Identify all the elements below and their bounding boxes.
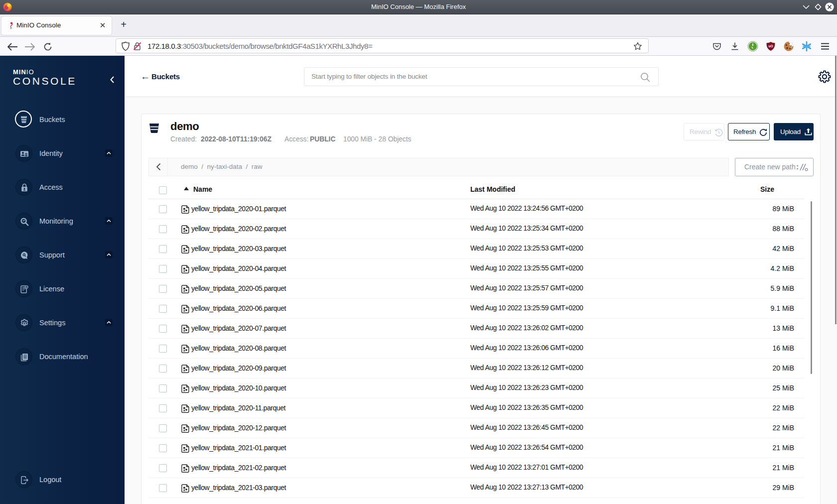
svg-text:uO: uO: [768, 44, 773, 48]
